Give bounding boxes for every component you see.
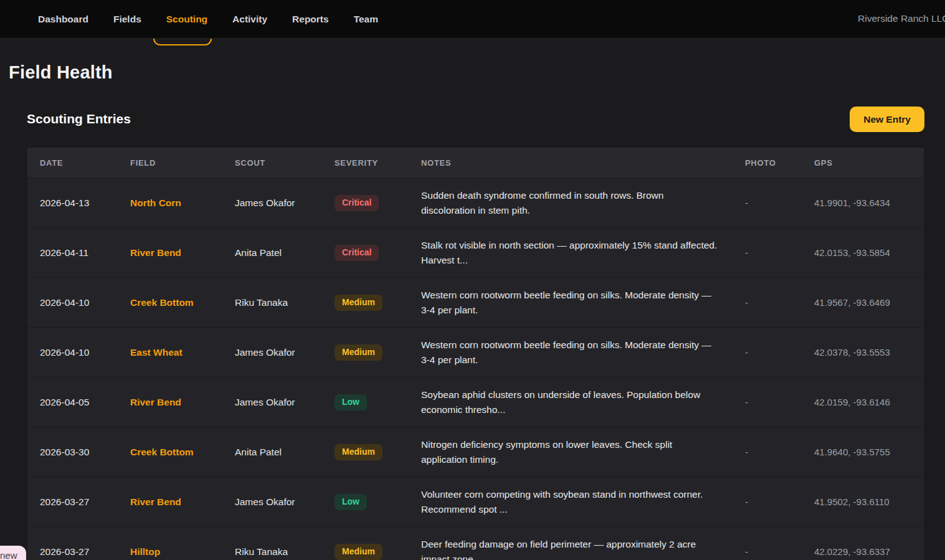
entry-date: 2026-04-05 (27, 397, 118, 408)
entry-photo: - (733, 297, 802, 308)
entry-photo: - (733, 496, 802, 507)
entry-date: 2026-04-10 (27, 347, 118, 358)
entry-photo: - (733, 546, 802, 557)
column-header-date: Date (27, 158, 118, 168)
table-row[interactable]: 2026-03-30 Creek Bottom Anita Patel Medi… (27, 427, 924, 477)
top-navbar: Dashboard Fields Scouting Activity Repor… (0, 0, 945, 39)
entry-scout: James Okafor (222, 397, 322, 408)
nav-item-reports[interactable]: Reports (292, 14, 329, 25)
entry-notes: Western corn rootworm beetle feeding on … (409, 288, 733, 318)
entry-scout: Riku Tanaka (222, 546, 322, 558)
table-header-row: Date Field Scout Severity Notes Photo GP… (27, 148, 924, 178)
severity-badge: Medium (335, 344, 382, 361)
column-header-gps: GPS (802, 158, 924, 168)
entry-gps: 41.9640, -93.5755 (802, 447, 924, 457)
column-header-severity: Severity (322, 158, 409, 168)
entry-scout: James Okafor (222, 197, 322, 209)
entry-severity: Critical (322, 195, 409, 211)
severity-badge: Low (335, 394, 367, 411)
column-header-photo: Photo (733, 158, 802, 168)
entry-field-link[interactable]: East Wheat (118, 347, 222, 358)
entry-notes: Nitrogen deficiency symptoms on lower le… (409, 437, 733, 467)
entry-photo: - (733, 347, 802, 358)
entry-scout: James Okafor (222, 347, 322, 358)
entry-notes: Sudden death syndrome confirmed in south… (409, 188, 733, 218)
floating-pill[interactable]: new (0, 546, 26, 560)
entry-severity: Medium (322, 344, 409, 361)
entry-field-link[interactable]: River Bend (118, 247, 222, 259)
severity-badge: Critical (335, 195, 379, 211)
column-header-field: Field (118, 158, 222, 168)
active-tab-indicator (153, 39, 212, 45)
entry-photo: - (733, 447, 802, 457)
entry-gps: 42.0378, -93.5553 (802, 347, 924, 358)
table-row[interactable]: 2026-03-27 River Bend James Okafor Low V… (27, 477, 924, 526)
page-title: Field Health (9, 62, 113, 83)
entry-severity: Low (322, 494, 409, 510)
entry-notes: Stalk rot visible in north section — app… (409, 238, 733, 268)
entry-scout: Anita Patel (222, 447, 322, 458)
table-row[interactable]: 2026-04-05 River Bend James Okafor Low S… (27, 377, 924, 427)
entry-gps: 41.9901, -93.6434 (802, 197, 924, 208)
entry-gps: 42.0229, -93.6337 (802, 546, 924, 557)
entry-severity: Medium (322, 444, 409, 460)
table-row[interactable]: 2026-04-11 River Bend Anita Patel Critic… (27, 227, 924, 277)
entry-severity: Medium (322, 295, 409, 311)
entry-severity: Medium (322, 544, 409, 560)
entry-photo: - (733, 197, 802, 208)
nav-item-activity[interactable]: Activity (232, 14, 267, 25)
scouting-entries-table: Date Field Scout Severity Notes Photo GP… (27, 148, 924, 560)
entry-notes: Western corn rootworm beetle feeding on … (409, 338, 733, 368)
entry-gps: 42.0153, -93.5854 (802, 247, 924, 258)
entry-field-link[interactable]: North Corn (118, 197, 222, 209)
severity-badge: Medium (335, 544, 382, 560)
entry-date: 2026-03-30 (27, 447, 118, 458)
app-viewport: Dashboard Fields Scouting Activity Repor… (0, 0, 945, 560)
nav-item-fields[interactable]: Fields (113, 14, 141, 25)
table-row[interactable]: 2026-04-10 Creek Bottom Riku Tanaka Medi… (27, 277, 924, 327)
table-row[interactable]: 2026-03-27 Hilltop Riku Tanaka Medium De… (27, 526, 924, 560)
severity-badge: Low (335, 494, 367, 510)
entry-date: 2026-04-10 (27, 297, 118, 308)
entry-scout: Riku Tanaka (222, 297, 322, 308)
table-body: 2026-04-13 North Corn James Okafor Criti… (27, 178, 924, 560)
entry-field-link[interactable]: Hilltop (118, 546, 222, 558)
column-header-notes: Notes (409, 158, 733, 168)
entry-gps: 41.9502, -93.6110 (802, 496, 924, 507)
entry-field-link[interactable]: River Bend (118, 496, 222, 508)
entry-date: 2026-03-27 (27, 546, 118, 558)
section-title: Scouting Entries (27, 112, 131, 126)
new-entry-button[interactable]: New Entry (850, 107, 924, 132)
entry-field-link[interactable]: Creek Bottom (118, 447, 222, 458)
org-name: Riverside Ranch LLC (858, 13, 945, 24)
entry-notes: Soybean aphid clusters on underside of l… (409, 387, 733, 417)
column-header-scout: Scout (222, 158, 322, 168)
entry-field-link[interactable]: Creek Bottom (118, 297, 222, 308)
table-row[interactable]: 2026-04-10 East Wheat James Okafor Mediu… (27, 327, 924, 377)
nav-item-scouting[interactable]: Scouting (166, 14, 207, 25)
severity-badge: Medium (335, 444, 382, 460)
entry-date: 2026-03-27 (27, 496, 118, 508)
entry-scout: Anita Patel (222, 247, 322, 259)
severity-badge: Medium (335, 295, 382, 311)
table-row[interactable]: 2026-04-13 North Corn James Okafor Criti… (27, 178, 924, 227)
entry-notes: Deer feeding damage on field perimeter —… (409, 537, 733, 560)
entry-gps: 42.0159, -93.6146 (802, 397, 924, 407)
entry-notes: Volunteer corn competing with soybean st… (409, 487, 733, 517)
entry-field-link[interactable]: River Bend (118, 397, 222, 408)
entry-date: 2026-04-11 (27, 247, 118, 259)
entry-severity: Critical (322, 245, 409, 261)
entry-scout: James Okafor (222, 496, 322, 508)
entry-date: 2026-04-13 (27, 197, 118, 209)
entry-gps: 41.9567, -93.6469 (802, 297, 924, 308)
entry-photo: - (733, 397, 802, 407)
entry-severity: Low (322, 394, 409, 411)
nav-item-team[interactable]: Team (354, 14, 378, 25)
severity-badge: Critical (335, 245, 379, 261)
nav-item-dashboard[interactable]: Dashboard (38, 14, 88, 25)
entry-photo: - (733, 247, 802, 258)
